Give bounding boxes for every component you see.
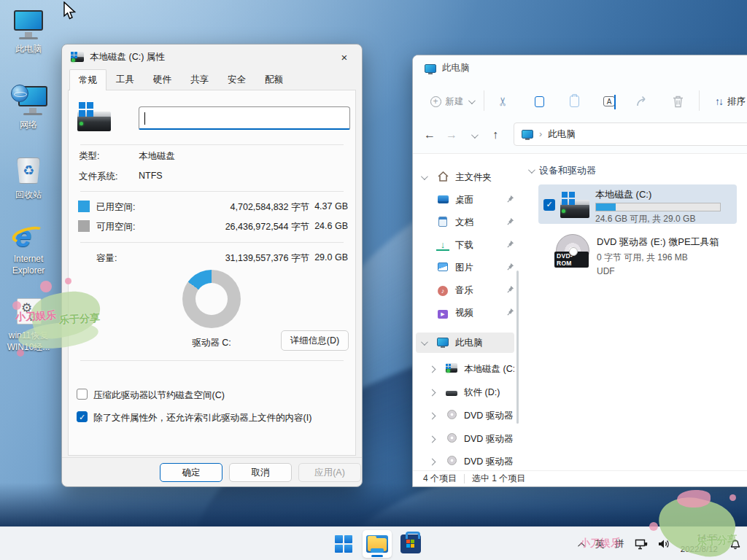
sidebar-item-downloads[interactable]: ↓ 下载 <box>416 235 514 255</box>
dvd-e-name: DVD 驱动器 (E:) 微PE工具箱 <box>597 236 719 249</box>
taskbar-file-explorer-button[interactable] <box>363 530 392 558</box>
paste-icon[interactable] <box>563 89 585 114</box>
status-divider <box>464 474 465 483</box>
sidebar-scrollbar[interactable] <box>516 271 519 424</box>
tray-chevron-up-icon[interactable] <box>580 539 585 550</box>
desktop-icon-win11-restore[interactable]: ⚙⚙ win11恢复 WIN10经... <box>0 295 57 353</box>
desktop-icon-recycle-bin[interactable]: ♻ 回收站 <box>0 155 57 201</box>
new-button[interactable]: + 新建 <box>423 89 480 114</box>
sidebar-item-home[interactable]: 主文件夹 <box>416 167 514 187</box>
taskbar-clock[interactable]: 14:55 2022/8/12 <box>681 532 718 555</box>
sort-button[interactable]: ↑↓ 排序 <box>705 89 747 114</box>
sidebar-item-music[interactable]: ♪ 音乐 <box>416 280 514 300</box>
mouse-cursor <box>63 1 77 20</box>
dvd-icon <box>445 433 458 445</box>
free-space-bytes: 26,436,972,544 字节 <box>178 221 309 233</box>
start-button[interactable] <box>329 530 358 558</box>
tab-tools[interactable]: 工具 <box>107 70 144 90</box>
tab-sharing[interactable]: 共享 <box>181 70 218 90</box>
dialog-title: 本地磁盘 (C:) 属性 <box>90 51 165 63</box>
sidebar-item-drive-d[interactable]: 软件 (D:) <box>416 382 514 402</box>
tab-hardware[interactable]: 硬件 <box>144 70 181 90</box>
tab-security[interactable]: 安全 <box>218 70 255 90</box>
sidebar-item-dvd-clipped[interactable]: DVD 驱动器 (F:) <box>416 451 514 472</box>
notification-bell-icon[interactable]: z <box>728 538 741 550</box>
drive-c-tile[interactable]: ✓ 本地磁盘 (C:) 24.6 GB 可用, 共 29.0 GB <box>538 184 737 224</box>
type-label: 类型: <box>79 150 99 163</box>
compress-checkbox[interactable] <box>77 389 88 400</box>
drive-icon <box>445 387 458 398</box>
copy-icon[interactable] <box>528 89 550 114</box>
details-button[interactable]: 详细信息(D) <box>281 330 349 351</box>
dvd-e-filesystem: UDF <box>597 266 719 276</box>
sidebar-item-dvd-e[interactable]: DVD 驱动器 (E:) <box>416 405 514 426</box>
forward-icon[interactable]: → <box>441 128 462 141</box>
type-value: 本地磁盘 <box>139 150 175 163</box>
breadcrumb[interactable]: 此电脑 <box>548 128 576 141</box>
pictures-icon <box>436 262 449 273</box>
share-icon[interactable] <box>632 89 654 114</box>
sidebar-item-desktop[interactable]: 桌面 <box>416 190 514 210</box>
dialog-titlebar[interactable]: 本地磁盘 (C:) 属性 <box>62 44 362 69</box>
sidebar-item-videos[interactable]: ▶ 视频 <box>416 303 514 323</box>
ok-button[interactable]: 确定 <box>160 463 222 482</box>
drive-c-name: 本地磁盘 (C:) <box>595 188 651 201</box>
sidebar-item-label: DVD 驱动器 (E:) <box>464 410 514 422</box>
chevron-down-icon[interactable] <box>416 341 430 346</box>
sidebar-item-label: 音乐 <box>455 284 473 297</box>
sort-arrows-icon: ↑↓ <box>715 96 722 107</box>
selected-checkbox-icon[interactable]: ✓ <box>543 199 555 211</box>
index-checkbox[interactable]: ✓ <box>77 411 88 422</box>
item-count: 4 个项目 <box>423 472 457 485</box>
language-indicator[interactable]: 英 <box>595 537 605 551</box>
delete-icon[interactable] <box>667 89 689 114</box>
tab-general[interactable]: 常规 <box>69 69 107 90</box>
back-icon[interactable]: ← <box>419 128 441 141</box>
explorer-title-tab[interactable]: 此电脑 <box>425 62 470 74</box>
taskbar-store-button[interactable] <box>396 530 425 558</box>
up-icon[interactable]: ↑ <box>484 128 506 141</box>
dvd-e-item[interactable]: DVD-ROM <box>556 234 589 268</box>
breadcrumb-separator: › <box>539 129 542 139</box>
disk-usage-pie-chart <box>182 270 241 328</box>
compress-checkbox-label[interactable]: 压缩此驱动器以节约磁盘空间(C) <box>93 389 225 402</box>
desktop-icon-internet-explorer[interactable]: e Internet Explorer <box>0 219 57 276</box>
sidebar-item-documents[interactable]: 文档 <box>416 212 514 233</box>
explorer-sidebar: 主文件夹 桌面 文档 ↓ 下载 图片 ♪ 音乐 ▶ 视频 <box>413 154 519 470</box>
internet-explorer-icon: e <box>11 219 46 252</box>
chevron-right-icon[interactable] <box>425 459 439 464</box>
volume-label-input[interactable] <box>139 106 350 130</box>
desktop-icon-network[interactable]: 网络 <box>0 85 57 131</box>
network-icon[interactable] <box>635 539 648 550</box>
cut-icon[interactable]: ✂ <box>490 90 515 112</box>
sidebar-item-dvd-f[interactable]: DVD 驱动器 (F:) <box>416 429 514 449</box>
section-devices-and-drives[interactable]: 设备和驱动器 <box>528 164 596 177</box>
sidebar-item-this-pc[interactable]: 此电脑 <box>416 332 514 353</box>
explorer-window: 此电脑 + 新建 ✂ A ↑↓ 排序 ← → ↑ <box>412 55 747 487</box>
address-bar[interactable]: › 此电脑 <box>514 122 747 146</box>
chevron-down-icon[interactable] <box>416 175 430 180</box>
rename-icon[interactable]: A <box>598 89 620 114</box>
tab-quota[interactable]: 配额 <box>255 70 293 90</box>
dvd-rom-badge: DVD-ROM <box>554 252 589 268</box>
dialog-button-bar: 确定 取消 应用(A) <box>62 457 362 486</box>
chevron-right-icon[interactable] <box>425 367 439 372</box>
windows-logo-icon <box>335 535 352 553</box>
close-icon[interactable]: × <box>330 47 359 67</box>
chevron-right-icon[interactable] <box>425 390 439 395</box>
desktop-icon-label: win11恢复 WIN10经... <box>0 330 57 353</box>
desktop-icon-this-pc[interactable]: 此电脑 <box>0 9 57 55</box>
cancel-button[interactable]: 取消 <box>229 463 292 482</box>
volume-icon[interactable] <box>658 539 670 549</box>
sidebar-item-label: 下载 <box>455 239 473 252</box>
dvd-e-details[interactable]: DVD 驱动器 (E:) 微PE工具箱 0 字节 可用, 共 196 MB UD… <box>597 236 719 276</box>
chevron-down-icon[interactable] <box>462 128 484 141</box>
sidebar-item-pictures[interactable]: 图片 <box>416 257 514 278</box>
toolbar-divider <box>699 90 700 111</box>
apply-button[interactable]: 应用(A) <box>298 463 361 482</box>
index-checkbox-label[interactable]: 除了文件属性外，还允许索引此驱动器上文件的内容(I) <box>93 412 311 424</box>
chevron-right-icon[interactable] <box>425 437 439 442</box>
chevron-right-icon[interactable] <box>425 413 439 419</box>
sidebar-item-drive-c[interactable]: 本地磁盘 (C:) <box>416 359 514 379</box>
ime-indicator[interactable]: 拼 <box>615 537 624 551</box>
